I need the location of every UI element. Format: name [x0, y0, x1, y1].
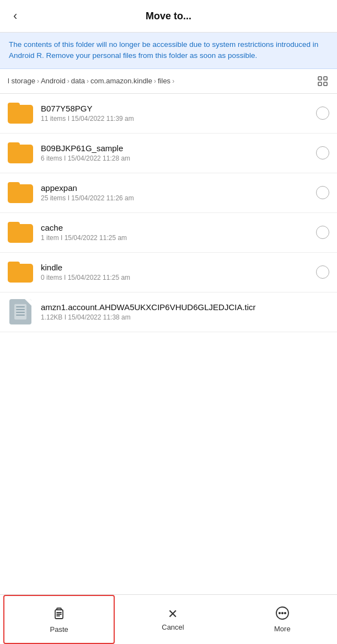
file-document-icon: [8, 299, 33, 324]
list-item[interactable]: B077Y58PGY 11 items I 15/04/2022 11:39 a…: [0, 94, 337, 134]
breadcrumb-sep-2: ›: [67, 77, 69, 85]
file-name: B09BJKP61G_sample: [41, 143, 311, 153]
select-radio[interactable]: [316, 186, 329, 199]
breadcrumb-sep-4: ›: [154, 77, 156, 85]
file-meta: 11 items I 15/04/2022 11:39 am: [41, 115, 311, 123]
folder-icon: [8, 100, 33, 126]
header: ‹ Move to...: [0, 0, 337, 33]
file-meta: 25 items I 15/04/2022 11:26 am: [41, 194, 311, 202]
more-button[interactable]: More: [228, 595, 337, 644]
svg-rect-2: [318, 82, 322, 86]
svg-rect-1: [324, 77, 327, 80]
breadcrumb-part-3[interactable]: data: [71, 77, 85, 85]
grid-view-button[interactable]: [316, 74, 329, 88]
file-info: B09BJKP61G_sample 6 items I 15/04/2022 1…: [41, 143, 311, 162]
folder-icon: [8, 180, 33, 205]
file-name: appexpan: [41, 183, 311, 193]
cancel-label: Cancel: [162, 623, 184, 631]
file-meta: 1 item I 15/04/2022 11:25 am: [41, 234, 311, 242]
file-meta: 6 items I 15/04/2022 11:28 am: [41, 155, 311, 162]
file-info: amzn1.account.AHDWA5UKXCIP6VHUD6GLJEDJCI…: [41, 302, 329, 321]
file-name: kindle: [41, 263, 311, 272]
file-name: B077Y58PGY: [41, 104, 311, 113]
select-radio[interactable]: [316, 146, 329, 159]
select-radio[interactable]: [316, 265, 329, 279]
list-item[interactable]: appexpan 25 items I 15/04/2022 11:26 am: [0, 173, 337, 213]
more-icon: [275, 606, 290, 622]
file-name: cache: [41, 223, 311, 232]
svg-point-10: [282, 613, 283, 614]
svg-point-11: [285, 613, 286, 614]
warning-text: The contents of this folder will no long…: [9, 39, 328, 62]
list-item[interactable]: kindle 0 items I 15/04/2022 11:25 am: [0, 253, 337, 292]
cancel-icon: ✕: [168, 608, 178, 620]
file-info: kindle 0 items I 15/04/2022 11:25 am: [41, 263, 311, 281]
list-item[interactable]: cache 1 item I 15/04/2022 11:25 am: [0, 213, 337, 253]
file-meta: 0 items I 15/04/2022 11:25 am: [41, 274, 311, 281]
list-item[interactable]: amzn1.account.AHDWA5UKXCIP6VHUD6GLJEDJCI…: [0, 292, 337, 332]
cancel-button[interactable]: ✕ Cancel: [118, 595, 227, 644]
file-name: amzn1.account.AHDWA5UKXCIP6VHUD6GLJEDJCI…: [41, 302, 329, 312]
select-radio[interactable]: [316, 107, 329, 120]
paste-button[interactable]: Paste: [3, 595, 115, 644]
more-label: More: [274, 625, 291, 633]
breadcrumb-sep-5: ›: [172, 77, 174, 85]
file-info: appexpan 25 items I 15/04/2022 11:26 am: [41, 183, 311, 202]
file-meta: 1.12KB I 15/04/2022 11:38 am: [41, 313, 329, 321]
paste-icon: [52, 606, 66, 622]
breadcrumb-part-4[interactable]: com.amazon.kindle: [90, 77, 152, 85]
paste-label: Paste: [50, 625, 68, 634]
breadcrumb-bar: l storage › Android › data › com.amazon.…: [0, 69, 337, 94]
select-radio[interactable]: [316, 226, 329, 239]
breadcrumb-part-2[interactable]: Android: [41, 77, 66, 85]
breadcrumb-sep-1: ›: [37, 77, 39, 85]
warning-banner: The contents of this folder will no long…: [0, 33, 337, 69]
file-list: B077Y58PGY 11 items I 15/04/2022 11:39 a…: [0, 94, 337, 595]
svg-rect-3: [324, 82, 327, 86]
folder-icon: [8, 220, 33, 245]
page-title: Move to...: [146, 10, 191, 22]
breadcrumb-sep-3: ›: [87, 77, 89, 85]
svg-rect-0: [318, 77, 322, 80]
bottom-bar: Paste ✕ Cancel More: [0, 594, 337, 644]
breadcrumb-part-1[interactable]: l storage: [8, 77, 35, 85]
folder-icon: [8, 140, 33, 166]
file-info: B077Y58PGY 11 items I 15/04/2022 11:39 a…: [41, 104, 311, 123]
back-button[interactable]: ‹: [9, 8, 22, 24]
svg-point-9: [279, 613, 280, 614]
breadcrumb[interactable]: l storage › Android › data › com.amazon.…: [8, 77, 312, 85]
list-item[interactable]: B09BJKP61G_sample 6 items I 15/04/2022 1…: [0, 134, 337, 173]
file-info: cache 1 item I 15/04/2022 11:25 am: [41, 223, 311, 242]
folder-icon: [8, 259, 33, 285]
breadcrumb-part-5[interactable]: files: [158, 77, 170, 85]
